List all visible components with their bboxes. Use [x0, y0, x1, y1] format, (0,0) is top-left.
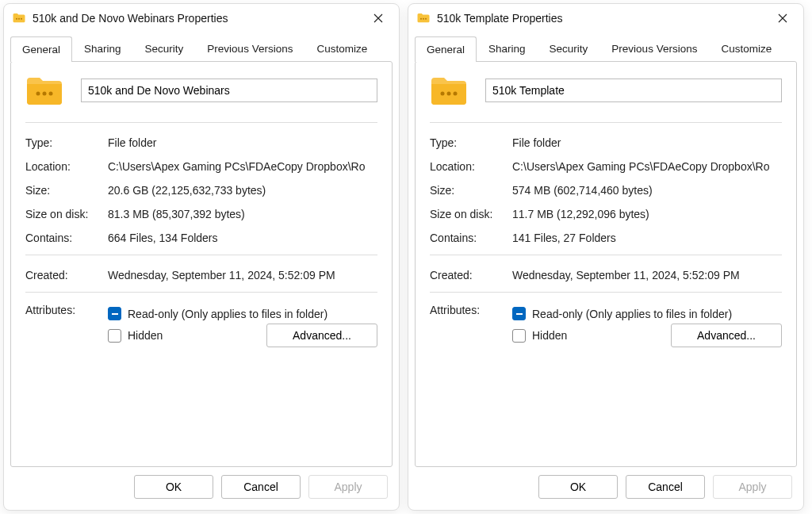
created-label: Created: [25, 269, 108, 281]
tab-general[interactable]: General [415, 36, 477, 62]
properties-dialog: 510k and De Novo Webinars Properties Gen… [3, 3, 400, 511]
hidden-label: Hidden [532, 329, 567, 342]
svg-point-1 [18, 18, 20, 20]
tab-customize[interactable]: Customize [709, 36, 783, 61]
tabs: General Sharing Security Previous Versio… [408, 33, 803, 61]
titlebar[interactable]: 510k and De Novo Webinars Properties [4, 4, 399, 33]
size-label: Size: [25, 184, 108, 197]
readonly-label: Read-only (Only applies to files in fold… [128, 308, 327, 320]
tab-security[interactable]: Security [538, 36, 600, 61]
close-button[interactable] [362, 6, 394, 30]
cancel-button[interactable]: Cancel [626, 475, 705, 499]
location-label: Location: [25, 160, 108, 173]
tabs: General Sharing Security Previous Versio… [4, 33, 399, 61]
close-button[interactable] [767, 6, 799, 30]
titlebar[interactable]: 510k Template Properties [408, 4, 803, 33]
contains-label: Contains: [25, 232, 108, 244]
divider [25, 292, 377, 293]
general-panel: Type:File folder Location:C:\Users\Apex … [10, 61, 393, 467]
folder-large-icon [430, 75, 468, 106]
type-value: File folder [512, 136, 782, 149]
size-on-disk-label: Size on disk: [430, 208, 512, 220]
general-panel: Type:File folder Location:C:\Users\Apex … [415, 61, 797, 467]
advanced-button[interactable]: Advanced... [266, 324, 377, 347]
svg-point-3 [36, 92, 40, 96]
advanced-button[interactable]: Advanced... [671, 324, 782, 347]
type-label: Type: [430, 136, 512, 149]
size-on-disk-label: Size on disk: [25, 208, 108, 220]
folder-small-icon [416, 11, 431, 25]
window-title: 510k and De Novo Webinars Properties [33, 12, 362, 25]
tab-sharing[interactable]: Sharing [477, 36, 538, 61]
dialog-footer: OK Cancel Apply [4, 467, 399, 510]
apply-button[interactable]: Apply [713, 475, 792, 499]
readonly-checkbox[interactable] [108, 307, 121, 320]
hidden-checkbox[interactable] [512, 329, 526, 343]
window-title: 510k Template Properties [437, 12, 767, 25]
divider [430, 122, 782, 123]
svg-point-11 [454, 92, 458, 96]
folder-large-icon [25, 75, 63, 106]
hidden-checkbox[interactable] [108, 329, 121, 343]
svg-point-4 [43, 92, 47, 96]
attributes-label: Attributes: [430, 304, 512, 347]
tab-security[interactable]: Security [133, 36, 196, 61]
cancel-button[interactable]: Cancel [221, 475, 301, 499]
type-label: Type: [25, 136, 108, 149]
attributes-label: Attributes: [25, 304, 108, 347]
location-value: C:\Users\Apex Gaming PCs\FDAeCopy Dropbo… [512, 160, 782, 173]
size-label: Size: [430, 184, 512, 197]
readonly-label: Read-only (Only applies to files in fold… [532, 308, 732, 320]
divider [25, 255, 377, 255]
properties-dialog: 510k Template Properties General Sharing… [408, 3, 804, 511]
created-label: Created: [430, 269, 512, 281]
size-on-disk-value: 81.3 MB (85,307,392 bytes) [108, 208, 377, 220]
divider [25, 122, 377, 123]
svg-point-9 [441, 92, 445, 96]
tab-sharing[interactable]: Sharing [72, 36, 133, 61]
tab-previous-versions[interactable]: Previous Versions [599, 36, 709, 61]
svg-point-10 [447, 92, 451, 96]
tab-customize[interactable]: Customize [304, 36, 379, 61]
contains-label: Contains: [430, 232, 512, 244]
contains-value: 664 Files, 134 Folders [108, 232, 377, 244]
folder-name-input[interactable] [485, 79, 782, 102]
hidden-label: Hidden [128, 329, 163, 342]
location-value: C:\Users\Apex Gaming PCs\FDAeCopy Dropbo… [108, 160, 377, 173]
size-value: 20.6 GB (22,125,632,733 bytes) [108, 184, 377, 197]
svg-point-6 [420, 18, 422, 20]
svg-point-0 [16, 18, 17, 20]
ok-button[interactable]: OK [538, 475, 618, 499]
tab-previous-versions[interactable]: Previous Versions [195, 36, 304, 61]
size-on-disk-value: 11.7 MB (12,292,096 bytes) [512, 208, 782, 220]
ok-button[interactable]: OK [134, 475, 213, 499]
created-value: Wednesday, September 11, 2024, 5:52:09 P… [512, 269, 782, 281]
divider [430, 255, 782, 255]
folder-small-icon [12, 11, 26, 25]
tab-general[interactable]: General [10, 36, 72, 62]
svg-point-8 [425, 18, 427, 20]
apply-button[interactable]: Apply [308, 475, 388, 499]
folder-name-input[interactable] [81, 79, 377, 102]
type-value: File folder [108, 136, 377, 149]
divider [430, 292, 782, 293]
svg-point-7 [423, 18, 424, 20]
svg-point-2 [21, 18, 22, 20]
svg-point-5 [49, 92, 53, 96]
location-label: Location: [430, 160, 512, 173]
contains-value: 141 Files, 27 Folders [512, 232, 782, 244]
dialog-footer: OK Cancel Apply [408, 467, 803, 510]
readonly-checkbox[interactable] [512, 307, 526, 320]
created-value: Wednesday, September 11, 2024, 5:52:09 P… [108, 269, 377, 281]
size-value: 574 MB (602,714,460 bytes) [512, 184, 782, 197]
